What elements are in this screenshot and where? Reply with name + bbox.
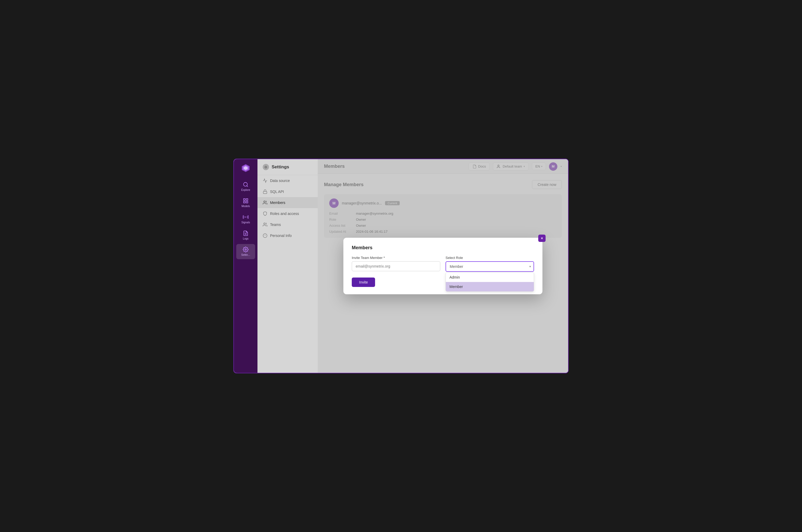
email-form-group: Invite Team Member *	[352, 256, 440, 271]
settings-nav-datasource-label: Data source	[270, 178, 290, 183]
svg-rect-8	[246, 201, 248, 203]
role-form-group: Select Role Member ▾ Admin Member	[446, 256, 534, 272]
modal-close-button[interactable]: ×	[538, 234, 545, 242]
svg-rect-7	[244, 201, 245, 203]
sidebar-item-signals[interactable]: Signals	[236, 211, 255, 227]
members-icon	[263, 200, 267, 205]
settings-sidebar: ⚙ Settings Data source SQL API	[258, 159, 318, 373]
sqlapi-icon	[263, 189, 267, 194]
sidebar-item-models[interactable]: Models	[236, 195, 255, 210]
svg-point-15	[264, 223, 265, 224]
sidebar: Explore Models Signals Logs	[234, 159, 258, 373]
sidebar-item-models-label: Models	[242, 205, 250, 208]
settings-header-icon: ⚙	[263, 164, 269, 170]
role-option-admin[interactable]: Admin	[446, 272, 534, 282]
invite-email-input[interactable]	[352, 261, 440, 271]
role-select-display[interactable]: Member	[446, 261, 534, 272]
role-option-member[interactable]: Member	[446, 282, 534, 291]
svg-rect-6	[246, 199, 248, 200]
close-icon: ×	[541, 236, 543, 240]
settings-nav-teams-label: Teams	[270, 223, 281, 227]
content-area: Members Docs	[318, 159, 568, 373]
sidebar-item-settings-label: Settin...	[241, 253, 250, 256]
sidebar-item-logs[interactable]: Logs	[236, 228, 255, 243]
settings-nav-roles[interactable]: Roles and access	[258, 208, 318, 219]
svg-rect-5	[244, 199, 245, 200]
settings-nav-members-label: Members	[270, 201, 285, 205]
settings-panel: ⚙ Settings Data source SQL API	[258, 159, 568, 373]
settings-nav-personal[interactable]: Personal Info	[258, 230, 318, 241]
sidebar-item-logs-label: Logs	[243, 237, 248, 240]
settings-panel-header: ⚙ Settings	[258, 159, 318, 175]
sidebar-item-signals-label: Signals	[242, 221, 250, 224]
sidebar-item-explore-label: Explore	[241, 189, 250, 192]
settings-nav-datasource[interactable]: Data source	[258, 175, 318, 186]
svg-point-3	[244, 183, 247, 186]
invite-label: Invite Team Member *	[352, 256, 440, 260]
sidebar-item-explore[interactable]: Explore	[236, 179, 255, 194]
teams-icon	[263, 222, 267, 227]
modal-form: Invite Team Member * Select Role Member …	[352, 256, 534, 272]
settings-nav-sqlapi-label: SQL API	[270, 190, 284, 194]
roles-icon	[263, 211, 267, 216]
svg-point-14	[264, 201, 265, 202]
main-area: ⚙ Settings Data source SQL API	[258, 159, 568, 373]
role-select-wrapper: Member ▾ Admin Member	[446, 261, 534, 272]
svg-line-4	[247, 186, 248, 187]
invite-button[interactable]: Invite	[352, 278, 375, 287]
role-dropdown: Admin Member	[446, 272, 534, 292]
settings-nav-personal-label: Personal Info	[270, 233, 292, 238]
settings-nav-teams[interactable]: Teams	[258, 219, 318, 230]
sidebar-item-settings[interactable]: Settin...	[236, 244, 255, 259]
modal-title: Members	[352, 245, 534, 250]
app-frame: Explore Models Signals Logs	[234, 159, 568, 373]
svg-point-12	[245, 249, 246, 250]
datasource-icon	[263, 178, 267, 183]
app-logo[interactable]	[240, 162, 251, 174]
settings-panel-title: Settings	[272, 165, 289, 170]
settings-nav-members[interactable]: Members	[258, 197, 318, 208]
info-icon	[263, 233, 267, 238]
settings-nav-sqlapi[interactable]: SQL API	[258, 186, 318, 197]
svg-rect-13	[263, 191, 267, 193]
svg-point-9	[245, 217, 246, 217]
settings-nav-roles-label: Roles and access	[270, 211, 299, 216]
invite-member-modal: × Members Invite Team Member * Select Ro…	[343, 238, 542, 294]
select-role-label: Select Role	[446, 256, 534, 260]
